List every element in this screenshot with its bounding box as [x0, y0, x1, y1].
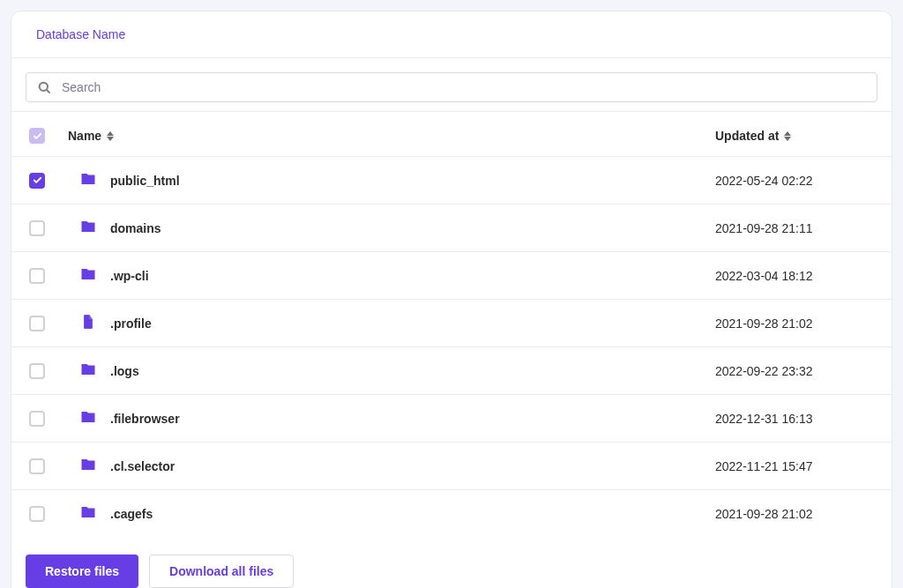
file-name-cell: public_html: [61, 171, 715, 190]
folder-icon: [80, 171, 96, 190]
file-table-body: public_html2022-05-24 02:22domains2021-0…: [11, 157, 892, 537]
file-name-cell: domains: [61, 219, 715, 237]
file-updated-label: 2022-12-31 16:13: [715, 412, 874, 426]
breadcrumb-database-name[interactable]: Database Name: [36, 27, 125, 41]
file-icon: [80, 314, 96, 332]
search-input[interactable]: [62, 80, 866, 94]
folder-icon: [80, 266, 96, 285]
file-updated-label: 2022-03-04 18:12: [715, 269, 874, 283]
file-name-label: public_html: [110, 174, 180, 188]
svg-line-1: [47, 90, 49, 93]
table-row[interactable]: public_html2022-05-24 02:22: [11, 157, 892, 205]
folder-icon: [80, 457, 96, 475]
file-name-cell: .filebrowser: [61, 409, 715, 428]
file-name-label: .logs: [110, 364, 139, 378]
column-name-label: Name: [68, 129, 101, 143]
file-updated-label: 2021-09-28 21:02: [715, 507, 874, 521]
file-updated-label: 2021-09-28 21:02: [715, 316, 874, 331]
file-name-label: domains: [110, 221, 161, 235]
sort-icon: [107, 131, 114, 141]
footer-actions: Restore files Download all files: [11, 537, 892, 588]
table-row[interactable]: .filebrowser2022-12-31 16:13: [11, 395, 892, 443]
file-name-label: .profile: [110, 316, 152, 331]
table-row[interactable]: domains2021-09-28 21:11: [11, 205, 892, 252]
row-checkbox[interactable]: [29, 220, 45, 236]
row-checkbox-cell: [29, 316, 61, 331]
row-checkbox[interactable]: [29, 363, 45, 379]
file-name-cell: .cagefs: [61, 504, 715, 523]
table-row[interactable]: .logs2022-09-22 23:32: [11, 347, 892, 395]
search-box[interactable]: [26, 72, 877, 102]
row-checkbox[interactable]: [29, 411, 45, 427]
row-checkbox[interactable]: [29, 173, 45, 189]
row-checkbox[interactable]: [29, 506, 45, 522]
column-updated-label: Updated at: [715, 129, 779, 143]
search-icon: [37, 80, 51, 94]
column-header-updated[interactable]: Updated at: [715, 129, 874, 143]
folder-icon: [80, 361, 96, 380]
file-name-cell: .profile: [61, 314, 715, 332]
table-row[interactable]: .profile2021-09-28 21:02: [11, 300, 892, 347]
file-name-cell: .cl.selector: [61, 457, 715, 475]
table-header-row: Name Updated at: [11, 112, 892, 157]
row-checkbox-cell: [29, 363, 61, 379]
file-name-label: .cl.selector: [110, 459, 175, 473]
download-all-files-button[interactable]: Download all files: [149, 555, 294, 588]
folder-icon: [80, 504, 96, 523]
row-checkbox[interactable]: [29, 458, 45, 474]
row-checkbox[interactable]: [29, 268, 45, 284]
table-row[interactable]: .cagefs2021-09-28 21:02: [11, 490, 892, 537]
file-updated-label: 2021-09-28 21:11: [715, 221, 874, 235]
search-section: [11, 58, 892, 112]
file-name-cell: .wp-cli: [61, 266, 715, 285]
row-checkbox[interactable]: [29, 316, 45, 331]
row-checkbox-cell: [29, 268, 61, 284]
column-header-name[interactable]: Name: [61, 129, 715, 143]
select-all-checkbox[interactable]: [29, 128, 45, 144]
file-updated-label: 2022-09-22 23:32: [715, 364, 874, 378]
header-checkbox-cell: [29, 128, 61, 144]
table-row[interactable]: .cl.selector2022-11-21 15:47: [11, 443, 892, 490]
sort-icon: [784, 131, 791, 141]
file-name-label: .filebrowser: [110, 412, 180, 426]
row-checkbox-cell: [29, 458, 61, 474]
panel-header: Database Name: [11, 11, 892, 58]
file-updated-label: 2022-05-24 02:22: [715, 174, 874, 188]
table-row[interactable]: .wp-cli2022-03-04 18:12: [11, 252, 892, 300]
file-name-cell: .logs: [61, 361, 715, 380]
file-name-label: .cagefs: [110, 507, 153, 521]
folder-icon: [80, 219, 96, 237]
file-browser-panel: Database Name Name Updated at: [11, 11, 892, 588]
folder-icon: [80, 409, 96, 428]
row-checkbox-cell: [29, 411, 61, 427]
row-checkbox-cell: [29, 220, 61, 236]
restore-files-button[interactable]: Restore files: [26, 555, 138, 588]
row-checkbox-cell: [29, 506, 61, 522]
file-updated-label: 2022-11-21 15:47: [715, 459, 874, 473]
row-checkbox-cell: [29, 173, 61, 189]
file-name-label: .wp-cli: [110, 269, 149, 283]
